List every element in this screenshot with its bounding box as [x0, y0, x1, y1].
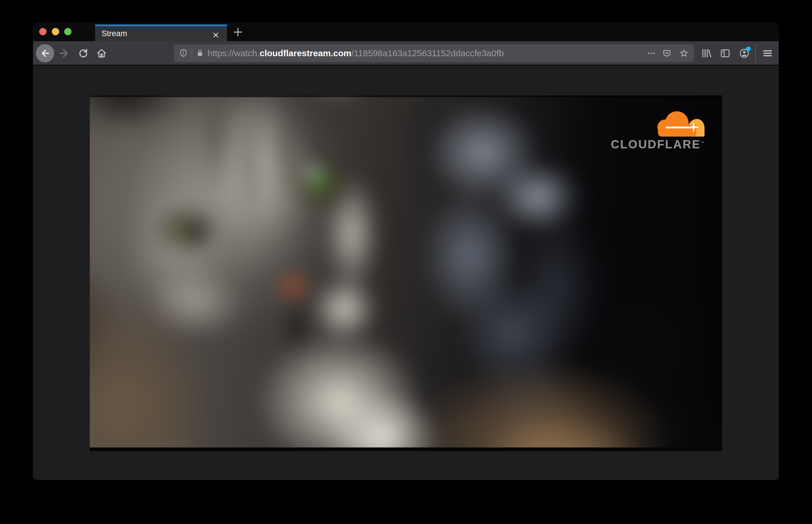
video-player[interactable]: CLOUDFLARE™ — [90, 95, 722, 451]
url-path: /118598a163a125631152ddaccfe3a0fb — [352, 48, 504, 58]
account-icon[interactable] — [738, 47, 750, 59]
tracking-protection-shield-icon[interactable] — [179, 49, 188, 58]
lock-icon[interactable] — [195, 49, 205, 58]
new-tab-button[interactable] — [231, 26, 244, 38]
cloudflare-cloud-icon — [657, 111, 704, 136]
tab-stream[interactable]: Stream — [95, 24, 227, 41]
pocket-icon[interactable] — [662, 49, 671, 58]
zoom-window-icon[interactable] — [64, 28, 71, 35]
minimize-window-icon[interactable] — [52, 28, 59, 35]
back-button[interactable] — [36, 44, 54, 62]
library-icon[interactable] — [700, 47, 712, 59]
page-content: CLOUDFLARE™ — [33, 66, 779, 480]
tab-title: Stream — [101, 26, 127, 41]
toolbar-divider — [755, 44, 756, 62]
trademark-symbol: ™ — [701, 141, 704, 145]
urlbar-divider — [192, 48, 192, 58]
url-scheme: https://watch. — [208, 48, 260, 58]
address-bar[interactable]: https://watch.cloudflarestream.com/11859… — [174, 45, 694, 62]
forward-button[interactable] — [58, 47, 70, 59]
home-button[interactable] — [96, 47, 108, 59]
page-actions-ellipsis-icon[interactable] — [647, 49, 656, 58]
video-letterbox-bottom — [90, 447, 722, 451]
close-tab-icon[interactable] — [211, 30, 221, 40]
account-notification-dot — [746, 47, 751, 51]
reload-button[interactable] — [78, 47, 89, 59]
hamburger-menu-icon[interactable] — [762, 47, 774, 59]
close-window-icon[interactable] — [39, 28, 47, 35]
url-domain: cloudflarestream.com — [260, 48, 352, 58]
tab-bar: Stream — [33, 22, 779, 41]
url-text: https://watch.cloudflarestream.com/11859… — [208, 45, 504, 62]
sidebar-icon[interactable] — [719, 47, 731, 59]
bookmark-star-icon[interactable] — [679, 49, 689, 58]
video-letterbox-top — [90, 95, 722, 97]
cloudflare-wordmark: CLOUDFLARE™ — [611, 138, 704, 151]
navigation-toolbar: https://watch.cloudflarestream.com/11859… — [33, 41, 779, 66]
cloudflare-logo: CLOUDFLARE™ — [607, 111, 704, 149]
sparkle-trail — [666, 127, 693, 128]
browser-window: Stream — [33, 22, 779, 480]
